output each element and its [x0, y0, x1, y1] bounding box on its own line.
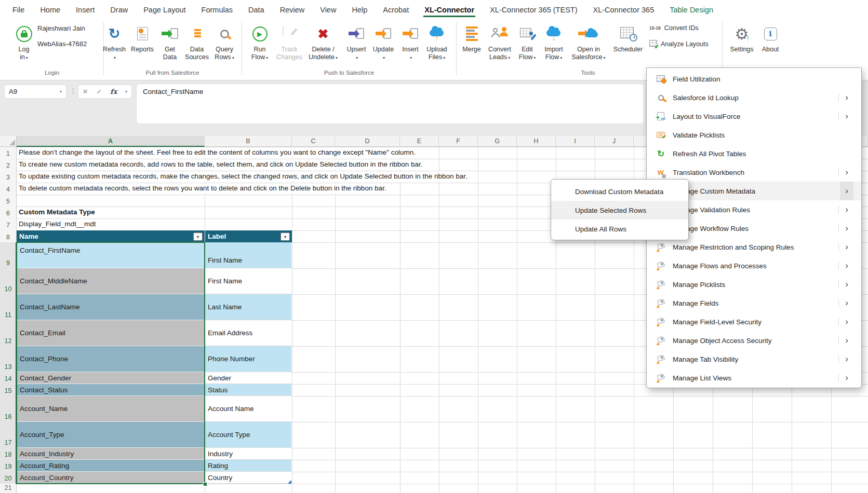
name-filter-button[interactable]: ▾ — [193, 232, 203, 241]
convert-ids-button[interactable]: 15-18 Convert IDs — [649, 24, 699, 32]
menu-item-manage-fields[interactable]: ▲ Manage Fields › — [647, 294, 861, 312]
column-header-a[interactable]: A — [17, 136, 205, 147]
menu-item-refresh-all-pivot-tables[interactable]: ↻ Refresh All Pivot Tables — [647, 144, 861, 163]
column-header-b[interactable]: B — [205, 136, 292, 147]
cell-a2[interactable]: To create new custom metadata records, a… — [19, 159, 425, 170]
refresh-button[interactable]: ↻ Refresh ▾ — [102, 22, 127, 67]
cell-b18[interactable]: Industry — [205, 448, 291, 460]
cell-b12[interactable]: Email Address — [205, 320, 291, 346]
row-header-1[interactable]: 1 — [0, 147, 16, 159]
cell-b9[interactable]: First Name — [205, 242, 291, 268]
cell-a1[interactable]: Please don't change the layout of the sh… — [19, 147, 419, 158]
reports-button[interactable]: Reports — [128, 22, 156, 67]
row-header-9[interactable]: 9 — [0, 242, 16, 268]
table-header-name[interactable]: Name — [17, 230, 205, 242]
tab-draw[interactable]: Draw — [109, 2, 129, 17]
cell-a19[interactable]: Account_Rating — [17, 460, 205, 472]
label-filter-button[interactable]: ▾ — [281, 232, 290, 241]
insert-button[interactable]: Insert ▾ — [397, 22, 424, 67]
merge-button[interactable]: Merge — [458, 22, 485, 67]
tab-view[interactable]: View — [319, 2, 337, 17]
cell-b13[interactable]: Phone Number — [205, 346, 291, 372]
row-header-11[interactable]: 11 — [0, 294, 16, 320]
submenu-item-update-selected-rows[interactable]: Update Selected Rows — [551, 201, 688, 220]
delete-undelete-button[interactable]: ✖ Delete / Undelete▾ — [305, 22, 341, 67]
row-header-8[interactable]: 8 — [0, 230, 16, 242]
cell-b17[interactable]: Account Type — [205, 422, 291, 448]
row-header-10[interactable]: 10 — [0, 268, 16, 294]
analyze-layouts-button[interactable]: ✔ Analyze Layouts — [649, 40, 709, 48]
run-flow-button[interactable]: ▶ Run Flow▾ — [246, 22, 273, 67]
tab-data[interactable]: Data — [247, 2, 265, 17]
cell-a4[interactable]: To delete custom metadata records, selec… — [19, 183, 390, 194]
cell-a6[interactable]: Custom Metadata Type — [19, 207, 98, 217]
column-header-i[interactable]: I — [556, 136, 595, 147]
log-in-button[interactable]: Log in▾ — [12, 22, 35, 67]
chevron-down-icon[interactable]: ▾ — [125, 89, 127, 94]
column-header-g[interactable]: G — [478, 136, 517, 147]
name-box-splitter[interactable]: ⋮ — [70, 87, 77, 95]
column-header-c[interactable]: C — [292, 136, 335, 147]
menu-item-manage-restriction-and-scoping-rules[interactable]: ▲ Manage Restriction and Scoping Rules › — [647, 238, 861, 256]
upload-files-button[interactable]: ↑ Upload Files▾ — [423, 22, 450, 67]
cell-b15[interactable]: Status — [205, 384, 291, 396]
cell-a3[interactable]: To update existing custom metadata recor… — [19, 171, 471, 182]
query-rows-button[interactable]: Query Rows▾ — [210, 22, 239, 67]
menu-item-manage-flows-and-processes[interactable]: ▲ Manage Flows and Processes › — [647, 256, 861, 275]
tab-table-design[interactable]: Table Design — [669, 2, 714, 17]
cell-a20[interactable]: Account_Country — [17, 472, 205, 484]
insert-function-icon[interactable]: fx — [110, 88, 117, 95]
cell-a9[interactable]: Contact_FirstName — [17, 242, 205, 268]
column-header-d[interactable]: D — [335, 136, 400, 147]
row-header-19[interactable]: 19 — [0, 460, 16, 472]
menu-item-validate-picklists[interactable]: ✔ Validate Picklists — [647, 126, 861, 144]
row-header-4[interactable]: 4 — [0, 183, 16, 195]
row-header-13[interactable]: 13 — [0, 346, 16, 372]
convert-leads-button[interactable]: Convert Leads▾ — [485, 22, 514, 67]
column-header-e[interactable]: E — [400, 136, 439, 147]
cell-a11[interactable]: Contact_LastName — [17, 294, 205, 320]
row-header-14[interactable]: 14 — [0, 372, 16, 384]
name-box[interactable]: A9 ▾ — [4, 85, 66, 99]
cell-b19[interactable]: Rating — [205, 460, 291, 472]
menu-item-salesforce-id-lookup[interactable]: Salesforce Id Lookup › — [647, 88, 861, 107]
column-header-j[interactable]: J — [595, 136, 634, 147]
cell-a7[interactable]: Display_Field_mdt__mdt — [19, 219, 99, 229]
upsert-button[interactable]: Upsert ▾ — [343, 22, 370, 67]
data-sources-button[interactable]: Data Sources — [182, 22, 211, 67]
row-header-5[interactable]: 5 — [0, 195, 16, 207]
cell-a18[interactable]: Account_Industry — [17, 448, 205, 460]
row-header-3[interactable]: 3 — [0, 171, 16, 183]
tab-xl-connector[interactable]: XL-Connector — [423, 2, 475, 17]
cell-b10[interactable]: First Name — [205, 268, 291, 294]
row-header-2[interactable]: 2 — [0, 159, 16, 171]
tab-insert[interactable]: Insert — [75, 2, 96, 17]
column-header-f[interactable]: F — [439, 136, 478, 147]
row-header-17[interactable]: 17 — [0, 422, 16, 448]
cancel-icon[interactable]: ✕ — [83, 88, 88, 95]
menu-item-manage-tab-visibility[interactable]: ▲ Manage Tab Visibility › — [647, 350, 861, 368]
tab-acrobat[interactable]: Acrobat — [382, 2, 410, 17]
fill-handle[interactable] — [203, 482, 207, 486]
cell-b20[interactable]: Country — [205, 472, 291, 484]
tab-xl-connector-365-test[interactable]: XL-Connector 365 (TEST) — [489, 2, 578, 17]
submenu-item-download-custom-metadata[interactable]: Download Custom Metadata — [551, 182, 688, 201]
cell-b11[interactable]: Last Name — [205, 294, 291, 320]
menu-item-manage-picklists[interactable]: ▲ Manage Picklists › — [647, 275, 861, 294]
table-resize-handle[interactable] — [288, 480, 291, 484]
row-header-12[interactable]: 12 — [0, 320, 16, 346]
cell-a17[interactable]: Account_Type — [17, 422, 205, 448]
menu-item-manage-object-access-security[interactable]: ▲ Manage Object Access Security › — [647, 331, 861, 350]
cell-a14[interactable]: Contact_Gender — [17, 372, 205, 384]
tab-home[interactable]: Home — [39, 2, 61, 17]
menu-item-manage-list-views[interactable]: ▲ Manage List Views › — [647, 368, 861, 387]
cell-a12[interactable]: Contact_Email — [17, 320, 205, 346]
tab-formulas[interactable]: Formulas — [201, 2, 234, 17]
tab-file[interactable]: File — [11, 2, 25, 17]
tab-help[interactable]: Help — [351, 2, 368, 17]
row-header-16[interactable]: 16 — [0, 396, 16, 422]
row-header-21[interactable]: 21 — [0, 484, 16, 493]
row-header-15[interactable]: 15 — [0, 384, 16, 396]
row-header-18[interactable]: 18 — [0, 448, 16, 460]
cell-a13[interactable]: Contact_Phone — [17, 346, 205, 372]
